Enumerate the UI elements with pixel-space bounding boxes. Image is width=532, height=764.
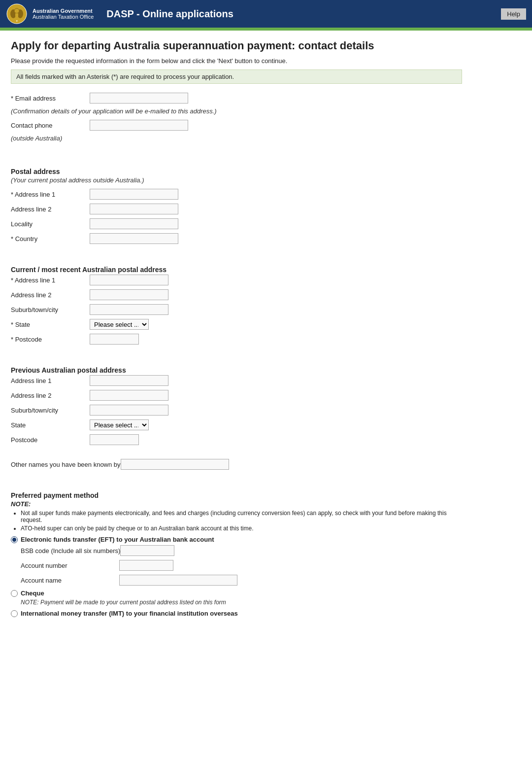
payment-note-bullets: Not all super funds make payments electr… — [21, 510, 462, 532]
imt-radio[interactable] — [11, 610, 18, 617]
cheque-option-row: Cheque — [11, 590, 462, 597]
payment-note-bullet-2: ATO-held super can only be paid by chequ… — [21, 525, 462, 532]
previous-au-address2-row: Address line 2 — [11, 390, 462, 401]
eft-fields: BSB code (Include all six numbers) Accou… — [21, 545, 462, 586]
payment-note-box: NOTE: Not all super funds make payments … — [11, 500, 462, 532]
bsb-row: BSB code (Include all six numbers) — [21, 545, 462, 556]
previous-au-postcode-input[interactable] — [90, 434, 139, 445]
postal-locality-label: Locality — [11, 220, 90, 228]
email-row: * Email address — [11, 93, 462, 104]
current-au-address2-label: Address line 2 — [11, 291, 90, 299]
svg-point-3 — [14, 8, 19, 13]
previous-au-state-select[interactable]: Please select ... ACT NSW NT QLD SA TAS … — [90, 419, 149, 430]
header-text: Australian Government Australian Taxatio… — [33, 8, 94, 20]
other-names-label: Other names you have been known by — [11, 461, 121, 468]
account-number-row: Account number — [21, 560, 462, 571]
current-au-address1-row: * Address line 1 — [11, 275, 462, 285]
current-au-state-select[interactable]: Please select ... ACT NSW NT QLD SA TAS … — [90, 319, 149, 330]
email-label: * Email address — [11, 95, 90, 102]
page-title: Apply for departing Australia superannua… — [11, 39, 462, 52]
email-input[interactable] — [90, 93, 188, 104]
main-content: Apply for departing Australia superannua… — [0, 31, 473, 639]
account-number-label: Account number — [21, 562, 119, 569]
phone-row: Contact phone — [11, 120, 462, 131]
current-au-postcode-row: * Postcode — [11, 334, 462, 345]
account-name-label: Account name — [21, 577, 119, 584]
phone-label: Contact phone — [11, 122, 90, 129]
account-name-row: Account name — [21, 575, 462, 586]
previous-au-postcode-row: Postcode — [11, 434, 462, 445]
account-number-input[interactable] — [119, 560, 173, 571]
current-au-state-label: * State — [11, 321, 90, 328]
logo-area: ★ Australian Government Australian Taxat… — [6, 3, 233, 25]
app-title: DASP - Online applications — [106, 8, 233, 20]
bsb-label: BSB code (Include all six numbers) — [21, 547, 120, 555]
postal-address2-row: Address line 2 — [11, 204, 462, 214]
postal-address1-row: * Address line 1 — [11, 189, 462, 200]
current-au-section-title: Current / most recent Australian postal … — [11, 266, 462, 274]
payment-note-label: NOTE: — [11, 500, 462, 508]
cheque-label: Cheque — [21, 590, 44, 597]
svg-rect-4 — [15, 13, 18, 17]
bsb-input[interactable] — [120, 545, 174, 556]
imt-option-row: International money transfer (IMT) to yo… — [11, 610, 462, 617]
previous-au-address1-row: Address line 1 — [11, 375, 462, 386]
payment-note-bullet-1: Not all super funds make payments electr… — [21, 510, 462, 523]
postal-section-subtitle: (Your current postal address outside Aus… — [11, 176, 462, 184]
current-au-postcode-label: * Postcode — [11, 336, 90, 343]
previous-au-address2-label: Address line 2 — [11, 392, 90, 399]
ato-name: Australian Taxation Office — [33, 14, 94, 20]
postal-section-title: Postal address — [11, 168, 462, 175]
account-name-input[interactable] — [119, 575, 237, 586]
eft-radio[interactable] — [11, 536, 18, 543]
page-header: ★ Australian Government Australian Taxat… — [0, 0, 532, 28]
phone-note: (outside Australia) — [11, 135, 62, 142]
postal-address1-input[interactable] — [90, 189, 178, 200]
previous-au-state-label: State — [11, 421, 90, 429]
postal-locality-input[interactable] — [90, 218, 178, 229]
current-au-state-row: * State Please select ... ACT NSW NT QLD… — [11, 319, 462, 330]
other-names-row: Other names you have been known by — [11, 459, 462, 470]
postal-country-input[interactable] — [90, 233, 178, 244]
other-names-input[interactable] — [121, 459, 229, 470]
cheque-note: NOTE: Payment will be made to your curre… — [21, 599, 462, 606]
imt-label: International money transfer (IMT) to yo… — [21, 610, 238, 617]
current-au-address2-row: Address line 2 — [11, 289, 462, 300]
payment-section-title: Preferred payment method — [11, 491, 462, 499]
email-confirm-note: (Confirmation details of your applicatio… — [11, 107, 217, 115]
help-area[interactable]: Help — [501, 8, 526, 20]
current-au-suburb-row: Suburb/town/city — [11, 304, 462, 315]
postal-country-row: * Country — [11, 233, 462, 244]
previous-au-suburb-row: Suburb/town/city — [11, 405, 462, 416]
postal-address1-label: * Address line 1 — [11, 191, 90, 198]
current-au-address1-input[interactable] — [90, 275, 168, 285]
current-au-postcode-input[interactable] — [90, 334, 139, 345]
gov-name: Australian Government — [33, 8, 94, 14]
postal-address2-input[interactable] — [90, 204, 178, 214]
previous-au-suburb-input[interactable] — [90, 405, 168, 416]
current-au-suburb-label: Suburb/town/city — [11, 306, 90, 313]
postal-address2-label: Address line 2 — [11, 206, 90, 213]
previous-au-state-row: State Please select ... ACT NSW NT QLD S… — [11, 419, 462, 430]
current-au-address2-input[interactable] — [90, 289, 168, 300]
previous-au-section-title: Previous Australian postal address — [11, 366, 462, 374]
previous-au-address2-input[interactable] — [90, 390, 168, 401]
postal-country-label: * Country — [11, 235, 90, 243]
cheque-radio[interactable] — [11, 590, 18, 597]
required-note: All fields marked with an Asterisk (*) a… — [11, 69, 462, 84]
eft-option-row: Electronic funds transfer (EFT) to your … — [11, 536, 462, 543]
phone-input[interactable] — [90, 120, 188, 131]
current-au-address1-label: * Address line 1 — [11, 277, 90, 284]
previous-au-address1-input[interactable] — [90, 375, 168, 386]
help-button[interactable]: Help — [501, 8, 526, 20]
current-au-suburb-input[interactable] — [90, 304, 168, 315]
previous-au-postcode-label: Postcode — [11, 436, 90, 444]
coat-of-arms-icon: ★ — [6, 3, 28, 25]
eft-label: Electronic funds transfer (EFT) to your … — [21, 536, 214, 543]
page-intro: Please provide the requested information… — [11, 57, 462, 65]
previous-au-suburb-label: Suburb/town/city — [11, 407, 90, 414]
postal-locality-row: Locality — [11, 218, 462, 229]
previous-au-address1-label: Address line 1 — [11, 377, 90, 384]
